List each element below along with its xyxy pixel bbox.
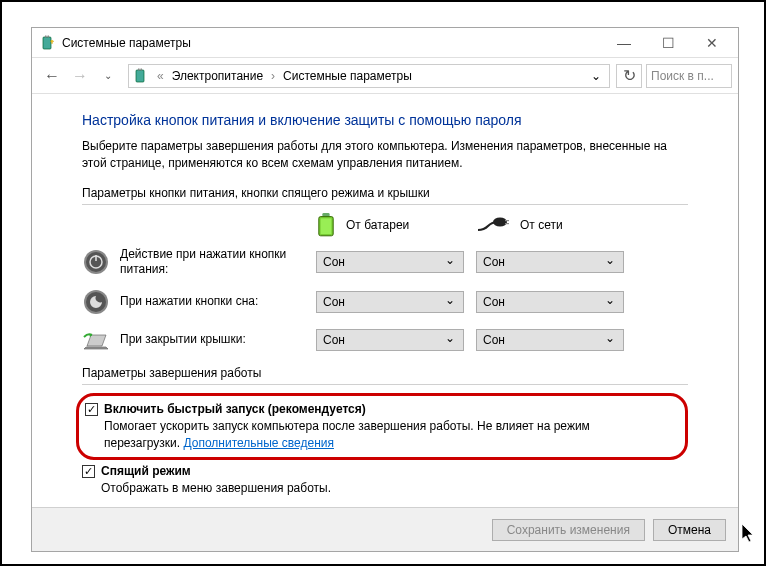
lid-battery-select[interactable]: Сон [316, 329, 464, 351]
fast-startup-desc: Помогает ускорить запуск компьютера посл… [104, 418, 663, 452]
svg-rect-0 [43, 37, 51, 49]
back-button[interactable]: ← [38, 62, 66, 90]
intro-text: Выберите параметры завершения работы для… [82, 138, 688, 172]
lid-close-row: При закрытии крышки: Сон Сон [82, 326, 688, 354]
sleep-mode-checkbox[interactable]: ✓ [82, 465, 95, 478]
address-dropdown-icon[interactable]: ⌄ [591, 69, 605, 83]
breadcrumb-lvl1[interactable]: Электропитание [172, 69, 263, 83]
breadcrumb-sep: › [269, 69, 277, 83]
content-area: Настройка кнопок питания и включение защ… [32, 94, 738, 504]
titlebar: Системные параметры — ☐ ✕ [32, 28, 738, 58]
power-options-icon [133, 68, 149, 84]
section-divider [82, 204, 688, 205]
breadcrumb-chevron[interactable]: « [155, 69, 166, 83]
page-heading: Настройка кнопок питания и включение защ… [82, 112, 688, 128]
power-button-ac-select[interactable]: Сон [476, 251, 624, 273]
svg-rect-15 [95, 255, 97, 261]
svg-rect-2 [48, 35, 50, 37]
settings-window: Системные параметры — ☐ ✕ ← → ⌄ « Электр… [31, 27, 739, 552]
cancel-button[interactable]: Отмена [653, 519, 726, 541]
battery-icon [316, 213, 336, 237]
sleep-mode-desc: Отображать в меню завершения работы. [101, 480, 331, 497]
svg-rect-11 [505, 223, 509, 224]
lid-ac-select[interactable]: Сон [476, 329, 624, 351]
sleep-button-label: При нажатии кнопки сна: [120, 294, 316, 310]
navbar: ← → ⌄ « Электропитание › Системные парам… [32, 58, 738, 94]
more-info-link[interactable]: Дополнительные сведения [183, 436, 333, 450]
forward-button[interactable]: → [66, 62, 94, 90]
power-source-headers: От батареи От сети [82, 213, 688, 237]
breadcrumb-lvl2[interactable]: Системные параметры [283, 69, 412, 83]
power-button-icon [83, 249, 109, 275]
history-dropdown[interactable]: ⌄ [94, 62, 122, 90]
power-button-label: Действие при нажатии кнопки питания: [120, 247, 316, 278]
sleep-mode-title: Спящий режим [101, 464, 331, 478]
refresh-button[interactable]: ↻ [616, 64, 642, 88]
sleep-button-icon [83, 289, 109, 315]
fast-startup-title: Включить быстрый запуск (рекомендуется) [104, 402, 663, 416]
laptop-lid-icon [82, 329, 110, 351]
svg-rect-8 [321, 218, 332, 234]
ac-label: От сети [520, 218, 563, 232]
plug-icon [476, 216, 510, 234]
power-button-row: Действие при нажатии кнопки питания: Сон… [82, 247, 688, 278]
window-title: Системные параметры [62, 36, 602, 50]
svg-rect-4 [138, 68, 140, 70]
sleep-button-row: При нажатии кнопки сна: Сон Сон [82, 288, 688, 316]
power-button-battery-select[interactable]: Сон [316, 251, 464, 273]
sleep-button-battery-select[interactable]: Сон [316, 291, 464, 313]
search-placeholder: Поиск в п... [651, 69, 714, 83]
lid-close-label: При закрытии крышки: [120, 332, 316, 348]
svg-rect-1 [45, 35, 47, 37]
section2-title: Параметры завершения работы [82, 366, 688, 380]
svg-rect-5 [141, 68, 143, 70]
search-input[interactable]: Поиск в п... [646, 64, 732, 88]
power-options-icon [40, 35, 56, 51]
svg-point-9 [493, 217, 507, 226]
close-button[interactable]: ✕ [690, 29, 734, 57]
footer: Сохранить изменения Отмена [32, 507, 738, 551]
section-divider [82, 384, 688, 385]
cursor-icon [742, 524, 758, 549]
battery-label: От батареи [346, 218, 409, 232]
maximize-button[interactable]: ☐ [646, 29, 690, 57]
address-bar[interactable]: « Электропитание › Системные параметры ⌄ [128, 64, 610, 88]
fast-startup-checkbox[interactable]: ✓ [85, 403, 98, 416]
svg-rect-6 [322, 213, 329, 217]
save-button[interactable]: Сохранить изменения [492, 519, 645, 541]
sleep-button-ac-select[interactable]: Сон [476, 291, 624, 313]
fast-startup-highlight: ✓ Включить быстрый запуск (рекомендуется… [76, 393, 688, 461]
minimize-button[interactable]: — [602, 29, 646, 57]
section1-title: Параметры кнопки питания, кнопки спящего… [82, 186, 688, 200]
svg-rect-3 [136, 70, 144, 82]
svg-rect-10 [505, 220, 509, 221]
